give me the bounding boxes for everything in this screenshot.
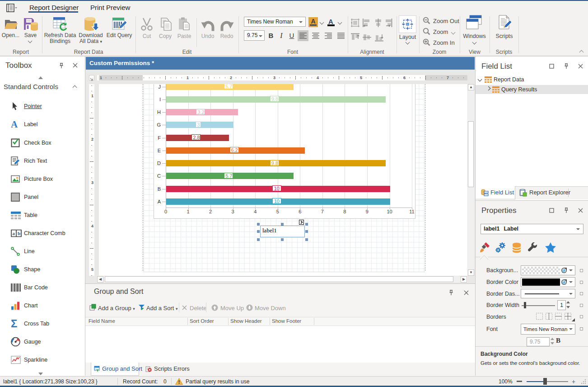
svg-text:a: a [12,231,15,236]
svg-text:b: b [18,231,20,236]
